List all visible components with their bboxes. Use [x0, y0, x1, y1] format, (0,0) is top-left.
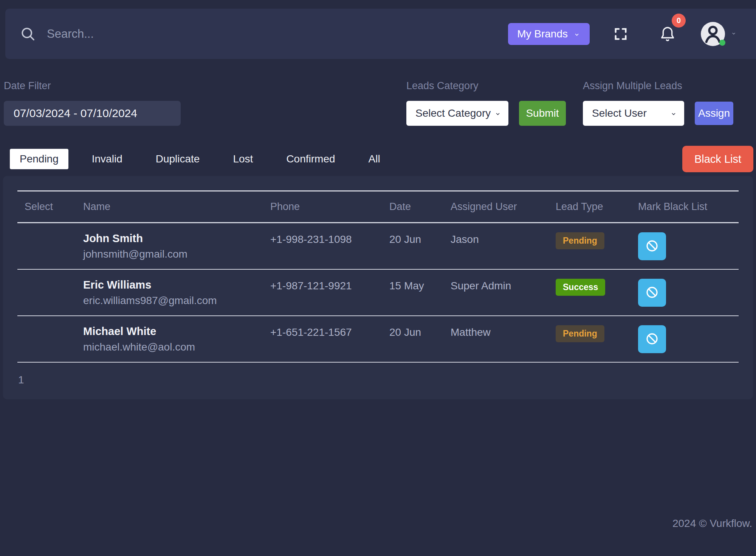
my-brands-label: My Brands: [517, 28, 568, 40]
submit-button[interactable]: Submit: [519, 101, 566, 126]
date-filter-label: Date Filter: [4, 80, 181, 92]
date-range-input[interactable]: [4, 101, 181, 126]
assign-button[interactable]: Assign: [695, 102, 733, 125]
leads-category-group: Leads Category Select Category Submit: [406, 80, 566, 126]
lead-assigned-user: Jason: [451, 232, 556, 269]
table-row: Michael White michael.white@aol.com +1-6…: [17, 316, 739, 363]
lead-name: Michael White: [83, 325, 270, 338]
column-date: Date: [389, 201, 451, 213]
search-input[interactable]: [47, 27, 289, 41]
column-lead-type: Lead Type: [556, 201, 638, 213]
top-navbar: My Brands 0: [5, 9, 756, 59]
lead-phone: +1-998-231-1098: [270, 232, 389, 269]
tab-invalid[interactable]: Invalid: [82, 149, 132, 169]
tab-confirmed[interactable]: Confirmed: [276, 149, 345, 169]
ban-icon: [645, 332, 659, 347]
chevron-down-icon: [730, 31, 737, 37]
column-select: Select: [25, 201, 83, 213]
fullscreen-icon: [613, 37, 628, 43]
status-tabs: Pending Invalid Duplicate Lost Confirmed…: [10, 149, 390, 169]
tab-lost[interactable]: Lost: [223, 149, 263, 169]
mark-blacklist-button[interactable]: [638, 279, 666, 307]
assign-leads-group: Assign Multiple Leads Select User Assign: [583, 80, 733, 126]
page-number[interactable]: 1: [18, 374, 24, 386]
table-row: Eric Williams eric.williams987@gmail.com…: [17, 270, 739, 316]
fullscreen-button[interactable]: [613, 26, 628, 42]
chevron-down-icon: [573, 28, 581, 40]
user-select[interactable]: Select User: [583, 101, 684, 126]
mark-blacklist-button[interactable]: [638, 232, 666, 260]
notifications-button[interactable]: 0: [658, 25, 677, 43]
leads-table-card: Select Name Phone Date Assigned User Lea…: [3, 176, 753, 399]
leads-page: My Brands 0: [0, 0, 756, 556]
lead-type-badge: Pending: [556, 325, 604, 342]
assign-leads-label: Assign Multiple Leads: [583, 80, 733, 92]
avatar: [701, 22, 725, 46]
table-header-row: Select Name Phone Date Assigned User Lea…: [17, 190, 739, 223]
mark-blacklist-button[interactable]: [638, 325, 666, 353]
table-row: John Smith johnsmith@gmail.com +1-998-23…: [17, 223, 739, 270]
ban-icon: [645, 239, 659, 254]
lead-assigned-user: Super Admin: [451, 279, 556, 315]
pagination: 1: [18, 374, 739, 386]
search-box: [20, 26, 508, 42]
category-select-value: Select Category: [415, 107, 491, 119]
my-brands-button[interactable]: My Brands: [508, 23, 590, 45]
column-assigned-user: Assigned User: [451, 201, 556, 213]
lead-date: 20 Jun: [389, 232, 451, 269]
column-name: Name: [83, 201, 270, 213]
user-menu[interactable]: [701, 22, 737, 46]
lead-phone: +1-987-121-9921: [270, 279, 389, 315]
leads-table: Select Name Phone Date Assigned User Lea…: [17, 190, 739, 386]
date-filter-group: Date Filter: [4, 80, 181, 126]
tab-duplicate[interactable]: Duplicate: [146, 149, 210, 169]
lead-phone: +1-651-221-1567: [270, 325, 389, 362]
lead-date: 15 May: [389, 279, 451, 315]
category-select[interactable]: Select Category: [406, 101, 508, 126]
leads-category-label: Leads Category: [406, 80, 566, 92]
chevron-down-icon: [670, 107, 677, 119]
black-list-button[interactable]: Black List: [682, 146, 753, 172]
lead-assigned-user: Matthew: [451, 325, 556, 362]
user-select-value: Select User: [592, 107, 647, 119]
chevron-down-icon: [494, 107, 502, 119]
tab-all[interactable]: All: [359, 149, 390, 169]
ban-icon: [645, 285, 659, 301]
lead-name: John Smith: [83, 232, 270, 245]
copyright-text: 2024 © Vurkflow.: [672, 517, 752, 530]
bell-icon: [658, 39, 677, 44]
notification-count-badge: 0: [672, 14, 686, 28]
lead-email: michael.white@aol.com: [83, 341, 270, 353]
search-icon: [20, 26, 36, 42]
lead-name: Eric Williams: [83, 279, 270, 291]
lead-type-badge: Pending: [556, 232, 604, 249]
online-status-dot: [719, 40, 725, 46]
lead-email: eric.williams987@gmail.com: [83, 295, 270, 307]
lead-type-badge: Success: [556, 279, 605, 296]
column-mark-black-list: Mark Black List: [638, 201, 739, 213]
tab-pending[interactable]: Pending: [10, 149, 68, 169]
lead-email: johnsmith@gmail.com: [83, 248, 270, 260]
column-phone: Phone: [270, 201, 389, 213]
lead-date: 20 Jun: [389, 325, 451, 362]
